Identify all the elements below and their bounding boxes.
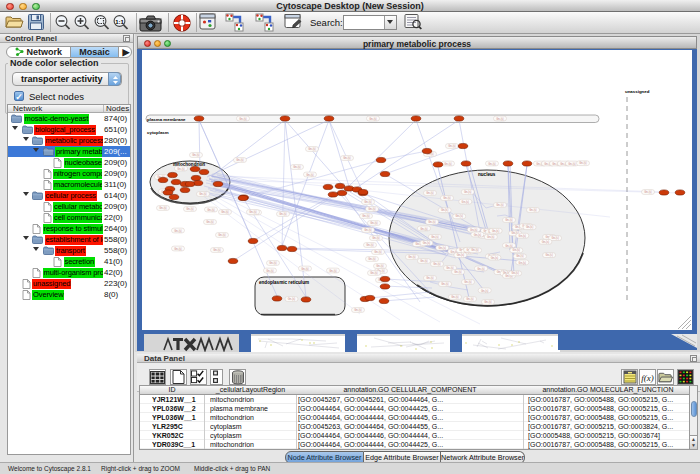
svg-text:Gn-(s): Gn-(s): [545, 253, 552, 257]
svg-text:Gn-(s): Gn-(s): [362, 214, 369, 218]
svg-text:Gn-(s): Gn-(s): [266, 269, 273, 273]
svg-text:Gn-(s): Gn-(s): [462, 200, 469, 204]
svg-text:Gn-(s): Gn-(s): [370, 221, 377, 225]
svg-text:Gn-(s): Gn-(s): [213, 248, 220, 252]
svg-text:Gn-(s): Gn-(s): [364, 200, 371, 204]
svg-text:Gn-(s): Gn-(s): [221, 210, 228, 214]
svg-text:Gn-(s): Gn-(s): [488, 162, 495, 166]
svg-text:cytoplasm: cytoplasm: [147, 130, 169, 135]
svg-text:Gn-(s): Gn-(s): [464, 190, 471, 194]
svg-text:Gn-(s): Gn-(s): [408, 255, 415, 259]
svg-text:Gn-(s): Gn-(s): [505, 218, 512, 222]
svg-text:Gn-(s): Gn-(s): [446, 266, 453, 270]
svg-text:Gn-(s): Gn-(s): [433, 262, 440, 266]
svg-text:Gn-(s): Gn-(s): [368, 207, 375, 211]
svg-text:Gn-(s): Gn-(s): [420, 227, 427, 231]
svg-text:Gn-(s): Gn-(s): [288, 297, 295, 301]
svg-text:Gn-(s): Gn-(s): [426, 276, 433, 280]
svg-text:1:1: 1:1: [115, 19, 124, 25]
svg-text:Gn-(s): Gn-(s): [177, 167, 184, 171]
svg-text:Gn-(s): Gn-(s): [477, 267, 484, 271]
svg-text:Gn-(s): Gn-(s): [448, 144, 455, 148]
svg-text:Gn-(s): Gn-(s): [329, 269, 336, 273]
svg-text:Gn-(s): Gn-(s): [471, 248, 478, 252]
svg-text:Gn-(s): Gn-(s): [464, 280, 471, 284]
svg-text:Gn-(s): Gn-(s): [369, 117, 376, 121]
svg-text:Gn-(s): Gn-(s): [496, 117, 503, 121]
svg-text:Gn-(s): Gn-(s): [519, 261, 526, 265]
svg-text:Gn-(s): Gn-(s): [159, 206, 166, 210]
svg-text:Gn-(s): Gn-(s): [516, 254, 523, 258]
svg-text:Gn-(s): Gn-(s): [206, 220, 213, 224]
svg-text:Gn-(s): Gn-(s): [354, 308, 361, 312]
svg-text:Gn-(s): Gn-(s): [513, 248, 520, 252]
svg-text:Gn-(s): Gn-(s): [431, 235, 438, 239]
svg-text:Gn-(s): Gn-(s): [343, 156, 350, 160]
svg-text:Gn-(s): Gn-(s): [199, 192, 206, 196]
svg-text:Gn-(s): Gn-(s): [491, 256, 498, 260]
svg-text:Gn-(s): Gn-(s): [644, 190, 651, 194]
svg-text:Gn-(s): Gn-(s): [370, 271, 377, 275]
svg-text:Gn-(s): Gn-(s): [443, 196, 450, 200]
svg-text:plasma membrane: plasma membrane: [147, 117, 186, 122]
svg-text:Gn-(s): Gn-(s): [484, 300, 491, 304]
svg-text:Gn-(s): Gn-(s): [239, 117, 246, 121]
svg-text:unassigned: unassigned: [625, 89, 650, 94]
svg-text:Gn-(s): Gn-(s): [505, 244, 512, 248]
svg-text:Gn-(s): Gn-(s): [529, 208, 536, 212]
svg-text:f(x): f(x): [641, 373, 654, 383]
svg-text:Gn-(s): Gn-(s): [218, 233, 225, 237]
svg-text:endoplasmic reticulum: endoplasmic reticulum: [259, 280, 309, 285]
svg-text:nucleus: nucleus: [478, 172, 496, 177]
svg-text:Gn-(s): Gn-(s): [306, 173, 313, 177]
svg-text:Gn-(s): Gn-(s): [249, 210, 256, 214]
svg-text:Gn-(s): Gn-(s): [439, 246, 446, 250]
svg-text:Gn-(s): Gn-(s): [279, 212, 286, 216]
svg-text:Gn-(s): Gn-(s): [470, 228, 477, 232]
svg-text:Gn-(s): Gn-(s): [174, 229, 181, 233]
svg-text:Gn-(s): Gn-(s): [186, 207, 193, 211]
svg-text:Gn-(s): Gn-(s): [293, 165, 300, 169]
svg-text:Gn-(s): Gn-(s): [481, 289, 488, 293]
svg-text:Gn-(s): Gn-(s): [236, 158, 243, 162]
svg-text:Gn-(s): Gn-(s): [457, 253, 464, 257]
svg-text:Gn-(s): Gn-(s): [192, 153, 199, 157]
svg-text:Gn-(s): Gn-(s): [487, 235, 494, 239]
svg-text:Gn-(s): Gn-(s): [174, 247, 181, 251]
svg-text:Gn-(s): Gn-(s): [466, 297, 473, 301]
svg-text:Gn-(s): Gn-(s): [579, 161, 586, 165]
svg-text:Gn-(s): Gn-(s): [551, 236, 558, 240]
svg-text:Gn-(s): Gn-(s): [207, 208, 214, 212]
svg-text:Gn-(s): Gn-(s): [496, 203, 503, 207]
svg-text:Gn-(s): Gn-(s): [519, 234, 526, 238]
svg-text:Gn-(s): Gn-(s): [420, 259, 427, 263]
svg-text:Gn-(s): Gn-(s): [376, 264, 383, 268]
svg-text:Gn-(s): Gn-(s): [456, 214, 463, 218]
svg-text:Gn-(s): Gn-(s): [374, 250, 381, 254]
svg-text:Gn-(s): Gn-(s): [511, 271, 518, 275]
svg-text:Gn-(s): Gn-(s): [474, 233, 481, 237]
svg-text:Gn-(s): Gn-(s): [441, 208, 448, 212]
svg-text:Gn-(s): Gn-(s): [444, 162, 451, 166]
svg-text:Gn-(s): Gn-(s): [526, 225, 533, 229]
svg-text:Gn-(s): Gn-(s): [428, 220, 435, 224]
svg-text:Gn-(s): Gn-(s): [372, 236, 379, 240]
svg-text:Gn-(s): Gn-(s): [451, 295, 458, 299]
svg-text:Gn-(s): Gn-(s): [568, 162, 575, 166]
svg-text:Gn-(s): Gn-(s): [308, 147, 315, 151]
svg-text:Gn-(s): Gn-(s): [454, 270, 461, 274]
svg-text:Gn-(s): Gn-(s): [426, 191, 433, 195]
svg-text:Gn-(s): Gn-(s): [269, 261, 276, 265]
svg-text:Gn-(s): Gn-(s): [368, 257, 375, 261]
svg-text:Gn-(s): Gn-(s): [301, 267, 308, 271]
svg-text:Gn-(s): Gn-(s): [364, 228, 371, 232]
svg-text:Gn-(s): Gn-(s): [441, 282, 448, 286]
svg-text:Gn-(s): Gn-(s): [492, 229, 499, 233]
svg-text:Gn-(s): Gn-(s): [423, 241, 430, 245]
svg-text:Gn-(s): Gn-(s): [366, 243, 373, 247]
svg-text:Gn-(s): Gn-(s): [542, 240, 549, 244]
